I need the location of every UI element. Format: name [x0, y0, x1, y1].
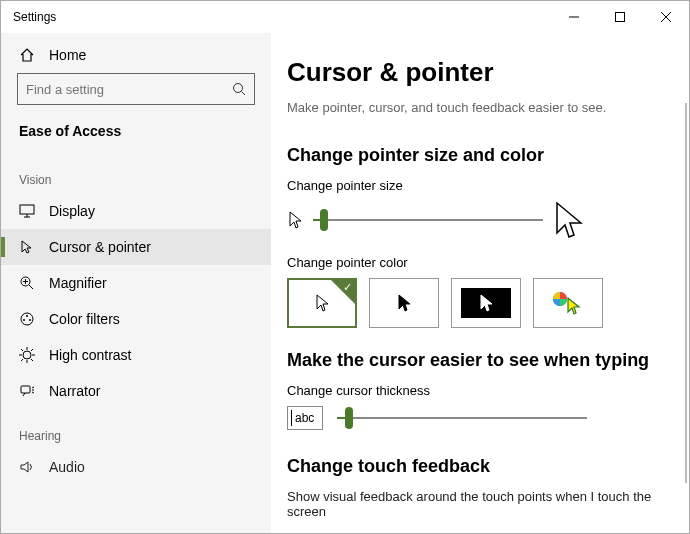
- sidebar-item-color-filters[interactable]: Color filters: [1, 301, 271, 337]
- display-icon: [19, 204, 35, 218]
- svg-point-15: [26, 315, 28, 317]
- pointer-small-icon: [287, 210, 303, 230]
- svg-line-29: [32, 392, 34, 393]
- pointer-color-options: ✓: [287, 278, 673, 328]
- nav-label: Color filters: [49, 311, 120, 327]
- pointer-color-custom[interactable]: [533, 278, 603, 328]
- search-input[interactable]: [26, 82, 232, 97]
- category-hearing: Hearing: [1, 409, 271, 449]
- pointer-size-label: Change pointer size: [287, 178, 673, 193]
- search-field[interactable]: [17, 73, 255, 105]
- sidebar-item-audio[interactable]: Audio: [1, 449, 271, 485]
- sidebar-item-display[interactable]: Display: [1, 193, 271, 229]
- title-bar: Settings: [1, 1, 689, 33]
- touch-feedback-desc: Show visual feedback around the touch po…: [287, 489, 673, 519]
- pointer-size-row: [287, 201, 673, 239]
- pointer-size-slider[interactable]: [313, 210, 543, 230]
- svg-rect-26: [21, 386, 30, 393]
- cursor-thickness-row: abc: [287, 406, 673, 430]
- check-icon: ✓: [343, 281, 352, 294]
- section-cursor-typing: Make the cursor easier to see when typin…: [287, 350, 673, 371]
- sidebar-item-magnifier[interactable]: Magnifier: [1, 265, 271, 301]
- cursor-thickness-slider[interactable]: [337, 408, 587, 428]
- svg-point-16: [29, 319, 31, 321]
- svg-line-22: [21, 349, 23, 351]
- sidebar-item-cursor-pointer[interactable]: Cursor & pointer: [1, 229, 271, 265]
- home-icon: [19, 47, 35, 63]
- magnifier-icon: [19, 275, 35, 291]
- section-pointer-size-color: Change pointer size and color: [287, 145, 673, 166]
- svg-line-23: [31, 359, 33, 361]
- sidebar: Home Ease of Access Vision Display Curso…: [1, 33, 271, 533]
- section-touch-feedback: Change touch feedback: [287, 456, 673, 477]
- home-button[interactable]: Home: [1, 37, 271, 73]
- pointer-color-inverted[interactable]: [451, 278, 521, 328]
- sidebar-item-narrator[interactable]: Narrator: [1, 373, 271, 409]
- minimize-button[interactable]: [551, 1, 597, 33]
- svg-line-27: [32, 387, 34, 388]
- high-contrast-icon: [19, 347, 35, 363]
- scrollbar[interactable]: [685, 103, 687, 483]
- category-vision: Vision: [1, 153, 271, 193]
- svg-point-13: [21, 313, 33, 325]
- nav-label: Audio: [49, 459, 85, 475]
- window-controls: [551, 1, 689, 33]
- nav-label: Narrator: [49, 383, 100, 399]
- search-icon: [232, 82, 246, 96]
- section-header: Ease of Access: [1, 117, 271, 153]
- svg-line-5: [242, 92, 246, 96]
- cursor-thickness-label: Change cursor thickness: [287, 383, 673, 398]
- svg-line-10: [29, 285, 33, 289]
- nav-label: High contrast: [49, 347, 131, 363]
- nav-label: Magnifier: [49, 275, 107, 291]
- svg-line-25: [21, 359, 23, 361]
- svg-point-4: [234, 84, 243, 93]
- audio-icon: [19, 459, 35, 475]
- svg-point-17: [23, 351, 31, 359]
- svg-rect-6: [20, 205, 34, 214]
- page-title: Cursor & pointer: [287, 57, 673, 88]
- pointer-color-black[interactable]: [369, 278, 439, 328]
- preview-text: abc: [295, 411, 314, 425]
- nav-label: Cursor & pointer: [49, 239, 151, 255]
- svg-point-14: [23, 319, 25, 321]
- content-pane: Cursor & pointer Make pointer, cursor, a…: [271, 33, 689, 533]
- window-title: Settings: [13, 10, 56, 24]
- cursor-thickness-preview: abc: [287, 406, 323, 430]
- page-description: Make pointer, cursor, and touch feedback…: [287, 100, 673, 115]
- pointer-color-white[interactable]: ✓: [287, 278, 357, 328]
- sidebar-item-high-contrast[interactable]: High contrast: [1, 337, 271, 373]
- svg-rect-1: [616, 13, 625, 22]
- pointer-large-icon: [553, 201, 583, 239]
- narrator-icon: [19, 383, 35, 399]
- home-label: Home: [49, 47, 86, 63]
- nav-label: Display: [49, 203, 95, 219]
- close-button[interactable]: [643, 1, 689, 33]
- color-filters-icon: [19, 311, 35, 327]
- maximize-button[interactable]: [597, 1, 643, 33]
- cursor-icon: [19, 239, 35, 255]
- svg-line-24: [31, 349, 33, 351]
- pointer-color-label: Change pointer color: [287, 255, 673, 270]
